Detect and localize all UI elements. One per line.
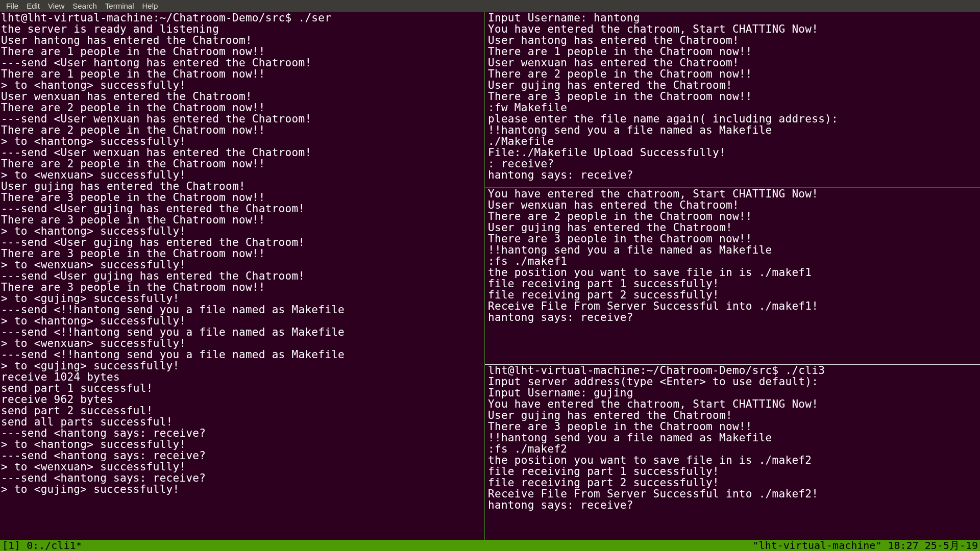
right-column: Input Username: hantongYou have entered … (484, 12, 980, 540)
terminal-line: ---send <hantong says: receive? (1, 472, 483, 484)
terminal-line: User gujing has entered the Chatroom! (488, 410, 977, 421)
terminal-line: User wenxuan has entered the Chatroom! (488, 199, 977, 211)
terminal-line: > to <hantong> successfully! (1, 315, 483, 327)
terminal-line: !!hantong send you a file named as Makef… (488, 432, 977, 443)
terminal-line: !!hantong send you a file named as Makef… (488, 124, 977, 136)
terminal-line: > to <gujing> successfully! (1, 360, 483, 371)
terminal-line: > to <wenxuan> successfully! (1, 169, 483, 181)
terminal-line: lht@lht-virtual-machine:~/Chatroom-Demo/… (488, 365, 977, 376)
terminal-line: file receiving part 1 successfully! (488, 466, 977, 477)
menu-help[interactable]: Help (138, 2, 162, 10)
terminal-line: User gujing has entered the Chatroom! (488, 222, 977, 233)
terminal-line: Input Username: hantong (488, 12, 977, 23)
terminal-line: ---send <User gujing has entered the Cha… (1, 237, 483, 248)
terminal-line: There are 2 people in the Chatroom now!! (488, 211, 977, 222)
terminal-line: > to <wenxuan> successfully! (1, 259, 483, 270)
terminal-line: User gujing has entered the Chatroom! (488, 80, 977, 91)
terminal-line: send all parts successful! (1, 416, 483, 428)
terminal-line: Receive File From Server Successful into… (488, 488, 977, 499)
terminal-line: hantong says: receive? (488, 499, 977, 511)
terminal-line: There are 3 people in the Chatroom now!! (1, 248, 483, 259)
terminal-line: > to <hantong> successfully! (1, 226, 483, 237)
terminal-line: :fs ./makef1 (488, 256, 977, 267)
terminal-line: > to <hantong> successfully! (1, 80, 483, 91)
menu-search[interactable]: Search (68, 2, 101, 10)
menu-edit[interactable]: Edit (22, 2, 44, 10)
terminal-line: File:./Makefile Upload Successfully! (488, 147, 977, 158)
terminal-line: ---send <User gujing has entered the Cha… (1, 270, 483, 282)
terminal-line: There are 2 people in the Chatroom now!! (488, 68, 977, 80)
server-pane[interactable]: lht@lht-virtual-machine:~/Chatroom-Demo/… (0, 12, 484, 540)
terminal-line: ---send <User gujing has entered the Cha… (1, 203, 483, 214)
terminal-line: There are 3 people in the Chatroom now!! (1, 192, 483, 203)
client-pane-top[interactable]: Input Username: hantongYou have entered … (485, 12, 980, 187)
terminal-line: send part 1 successful! (1, 383, 483, 394)
client-pane-middle[interactable]: You have entered the chatroom, Start CHA… (485, 188, 980, 363)
terminal-line: :fw Makefile (488, 102, 977, 113)
terminal-line: hantong says: receive? (488, 169, 977, 181)
terminal-line: file receiving part 2 successfully! (488, 289, 977, 300)
terminal-line: ---send <User wenxuan has entered the Ch… (1, 147, 483, 158)
terminal-line: the position you want to save file in is… (488, 455, 977, 466)
terminal-line: You have entered the chatroom, Start CHA… (488, 398, 977, 410)
terminal-line: User hantong has entered the Chatroom! (1, 35, 483, 46)
terminal-line: There are 2 people in the Chatroom now!! (1, 102, 483, 113)
terminal-line: Receive File From Server Successful into… (488, 300, 977, 312)
terminal-line: User wenxuan has entered the Chatroom! (1, 91, 483, 102)
client-pane-bottom[interactable]: lht@lht-virtual-machine:~/Chatroom-Demo/… (485, 365, 980, 540)
menu-view[interactable]: View (44, 2, 68, 10)
terminal-line: > to <wenxuan> successfully! (1, 461, 483, 472)
terminal-line: receive 1024 bytes (1, 371, 483, 383)
terminal-line: There are 3 people in the Chatroom now!! (488, 233, 977, 244)
terminal-line: the position you want to save file in is… (488, 267, 977, 278)
terminal-line: There are 3 people in the Chatroom now!! (1, 282, 483, 293)
terminal-line: : receive? (488, 158, 977, 169)
statusbar-right: "lht-virtual-machine" 18:27 25-5月-19 (753, 540, 978, 551)
terminal-line: lht@lht-virtual-machine:~/Chatroom-Demo/… (1, 12, 483, 23)
terminal-line: the server is ready and listening (1, 23, 483, 35)
terminal-line: > to <hantong> successfully! (1, 439, 483, 450)
terminal-line: There are 1 people in the Chatroom now!! (1, 46, 483, 57)
terminal-line: !!hantong send you a file named as Makef… (488, 244, 977, 256)
terminal-line: hantong says: receive? (488, 312, 977, 323)
terminal-line: User gujing has entered the Chatroom! (1, 181, 483, 192)
terminal-line: send part 2 successful! (1, 405, 483, 416)
terminal-line: ---send <hantong says: receive? (1, 450, 483, 461)
terminal-line: There are 2 people in the Chatroom now!! (1, 158, 483, 169)
terminal-area: lht@lht-virtual-machine:~/Chatroom-Demo/… (0, 12, 980, 540)
terminal-line: ---send <!!hantong send you a file named… (1, 327, 483, 338)
terminal-line: You have entered the chatroom, Start CHA… (488, 188, 977, 199)
terminal-line: ---send <!!hantong send you a file named… (1, 304, 483, 315)
terminal-line: please enter the file name again( includ… (488, 113, 977, 124)
terminal-line: receive 962 bytes (1, 394, 483, 405)
terminal-line: > to <hantong> successfully! (1, 136, 483, 147)
tmux-statusbar: [1] 0:./cli1* "lht-virtual-machine" 18:2… (0, 540, 980, 551)
statusbar-left: [1] 0:./cli1* (2, 540, 82, 551)
menu-terminal[interactable]: Terminal (101, 2, 138, 10)
terminal-line: ---send <User wenxuan has entered the Ch… (1, 113, 483, 124)
terminal-line: User hantong has entered the Chatroom! (488, 35, 977, 46)
terminal-line: :fs ./makef2 (488, 443, 977, 455)
menubar: File Edit View Search Terminal Help (0, 0, 980, 12)
terminal-line: There are 3 people in the Chatroom now!! (488, 421, 977, 432)
terminal-line: ---send <hantong says: receive? (1, 428, 483, 439)
terminal-line: ./Makefile (488, 136, 977, 147)
terminal-line: You have entered the chatroom, Start CHA… (488, 23, 977, 35)
terminal-line: file receiving part 2 successfully! (488, 477, 977, 488)
terminal-line: > to <gujing> successfully! (1, 484, 483, 495)
terminal-line: There are 3 people in the Chatroom now!! (488, 91, 977, 102)
menu-file[interactable]: File (2, 2, 22, 10)
terminal-line: > to <wenxuan> successfully! (1, 338, 483, 349)
terminal-line: > to <gujing> successfully! (1, 293, 483, 304)
terminal-line: There are 2 people in the Chatroom now!! (1, 124, 483, 136)
terminal-line: There are 3 people in the Chatroom now!! (1, 214, 483, 226)
terminal-line: ---send <!!hantong send you a file named… (1, 349, 483, 360)
terminal-line: file receiving part 1 successfully! (488, 278, 977, 289)
terminal-line: ---send <User hantong has entered the Ch… (1, 57, 483, 68)
terminal-line: Input Username: gujing (488, 387, 977, 398)
terminal-line: Input server address(type <Enter> to use… (488, 376, 977, 387)
terminal-line: There are 1 people in the Chatroom now!! (488, 46, 977, 57)
terminal-line: There are 1 people in the Chatroom now!! (1, 68, 483, 80)
terminal-line: User wenxuan has entered the Chatroom! (488, 57, 977, 68)
